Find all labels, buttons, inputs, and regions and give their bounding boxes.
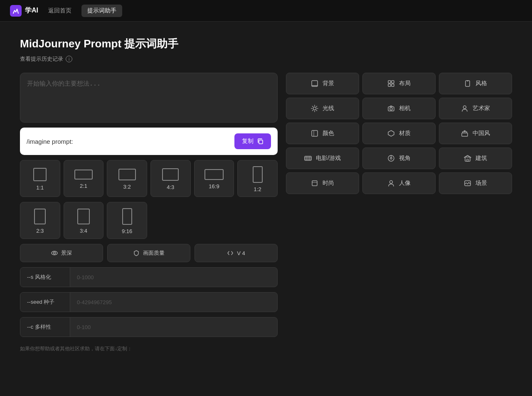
- category-fashion[interactable]: 时尚: [286, 172, 359, 194]
- ratio-frame-2-3: [34, 209, 46, 224]
- ratio-4-3[interactable]: 4:3: [150, 160, 191, 197]
- material-icon: [387, 130, 395, 137]
- category-camera[interactable]: 相机: [362, 98, 436, 119]
- chinese-style-icon: [461, 130, 468, 137]
- option-version-label: V 4: [237, 250, 245, 256]
- category-style[interactable]: 风格: [439, 73, 512, 94]
- ratio-1-1[interactable]: 1:1: [20, 160, 60, 197]
- ratio-3-4[interactable]: 3:4: [64, 202, 104, 239]
- category-angle[interactable]: 视角: [362, 148, 436, 169]
- category-lighting-label: 光线: [323, 105, 334, 112]
- ratio-frame-3-4: [77, 209, 90, 224]
- layout-icon: [387, 80, 395, 87]
- category-layout-label: 布局: [399, 80, 411, 87]
- category-material[interactable]: 材质: [362, 123, 436, 144]
- category-scene[interactable]: 场景: [439, 172, 512, 194]
- param-seed-input[interactable]: [70, 293, 277, 311]
- logo-text: 学AI: [25, 6, 38, 15]
- category-artist-label: 艺术家: [473, 105, 490, 112]
- param-stylize: --s 风格化: [20, 267, 278, 287]
- svg-rect-5: [388, 81, 391, 83]
- svg-line-19: [313, 110, 313, 111]
- category-architecture-label: 建筑: [475, 155, 487, 162]
- svg-rect-25: [462, 133, 468, 136]
- option-version[interactable]: V 4: [195, 244, 278, 262]
- main-content: MidJourney Prompt 提示词助手 查看提示历史记录 i /imag…: [0, 22, 532, 372]
- svg-rect-23: [312, 130, 318, 136]
- param-seed: --seed 种子: [20, 292, 278, 312]
- category-style-label: 风格: [475, 80, 487, 87]
- param-stylize-label: --s 风格化: [20, 268, 70, 287]
- nav-home[interactable]: 返回首页: [48, 7, 71, 15]
- ratio-grid-row1: 1:1 2:1 3:2 4:3 16:9: [20, 160, 278, 197]
- ratio-label-1-2: 1:2: [254, 186, 261, 192]
- param-seed-label: --seed 种子: [20, 293, 70, 312]
- ratio-3-2[interactable]: 3:2: [107, 160, 147, 197]
- category-color[interactable]: 颜色: [286, 123, 359, 144]
- option-depth-label: 景深: [61, 249, 72, 257]
- nav-active[interactable]: 提示词助手: [81, 5, 122, 17]
- header: 学AI 返回首页 提示词助手: [0, 0, 532, 22]
- logo: 学AI: [10, 5, 38, 17]
- category-layout[interactable]: 布局: [362, 73, 436, 94]
- style-icon: [464, 80, 471, 87]
- artist-icon: [461, 105, 468, 112]
- category-camera-label: 相机: [399, 105, 411, 112]
- param-chaos-label: --c 多样性: [20, 317, 70, 337]
- category-angle-label: 视角: [399, 155, 411, 162]
- svg-point-41: [390, 181, 393, 184]
- category-portrait[interactable]: 人像: [362, 172, 436, 194]
- ratio-label-16-9: 16:9: [209, 183, 219, 189]
- svg-rect-9: [466, 81, 470, 86]
- history-link-text: 查看提示历史记录: [20, 55, 63, 63]
- ratio-label-2-1: 2:1: [80, 183, 87, 189]
- category-movie-game[interactable]: 电影/游戏: [286, 148, 359, 169]
- category-background[interactable]: 背景: [286, 73, 359, 94]
- ratio-16-9[interactable]: 16:9: [194, 160, 234, 197]
- ratio-9-16[interactable]: 9:16: [107, 202, 147, 239]
- ratio-2-1[interactable]: 2:1: [64, 160, 104, 197]
- main-idea-input[interactable]: [20, 73, 278, 123]
- copy-button[interactable]: 复制: [234, 133, 271, 149]
- ratio-frame-16-9: [204, 169, 224, 180]
- copy-icon: [257, 138, 264, 145]
- category-lighting[interactable]: 光线: [286, 98, 359, 119]
- option-depth-of-field[interactable]: 景深: [20, 244, 103, 262]
- prompt-prefix: /imagine prompt:: [27, 138, 73, 145]
- footer-hint: 如果你想帮助或者其他社区求助，请在下面↓定制：: [20, 345, 278, 352]
- svg-rect-6: [392, 81, 394, 83]
- ratio-frame-9-16: [122, 208, 132, 225]
- category-material-label: 材质: [399, 130, 411, 137]
- angle-icon: [387, 155, 395, 162]
- param-stylize-input[interactable]: [70, 268, 277, 286]
- svg-point-21: [390, 108, 392, 110]
- category-fashion-label: 时尚: [323, 180, 334, 187]
- info-icon: i: [66, 56, 72, 62]
- fashion-icon: [311, 180, 318, 187]
- svg-rect-39: [312, 181, 317, 186]
- category-row-1: 背景 布局 风格: [286, 73, 512, 94]
- ratio-1-2[interactable]: 1:2: [237, 160, 278, 197]
- svg-point-10: [467, 80, 468, 81]
- category-row-4: 电影/游戏 视角 建筑: [286, 148, 512, 169]
- ratio-2-3[interactable]: 2:3: [20, 202, 60, 239]
- category-chinese[interactable]: 中国风: [439, 123, 512, 144]
- category-artist[interactable]: 艺术家: [439, 98, 512, 119]
- option-quality[interactable]: 画面质量: [107, 244, 190, 262]
- svg-line-16: [313, 106, 313, 107]
- option-quality-label: 画面质量: [143, 249, 165, 257]
- lighting-icon: [311, 105, 318, 112]
- color-icon: [311, 130, 318, 137]
- svg-point-2: [54, 252, 56, 254]
- category-architecture[interactable]: 建筑: [439, 148, 512, 169]
- copy-btn-label: 复制: [242, 138, 254, 145]
- ratio-label-1-1: 1:1: [36, 184, 44, 191]
- category-color-label: 颜色: [323, 130, 334, 137]
- param-chaos-input[interactable]: [70, 318, 277, 336]
- options-row: 景深 画面质量 V 4: [20, 244, 278, 262]
- category-row-3: 颜色 材质 中国风: [286, 123, 512, 144]
- history-link[interactable]: 查看提示历史记录 i: [20, 55, 512, 63]
- page-title: MidJourney Prompt 提示词助手: [20, 37, 512, 51]
- ratio-frame-3-2: [118, 169, 136, 180]
- movie-game-icon: [304, 155, 312, 162]
